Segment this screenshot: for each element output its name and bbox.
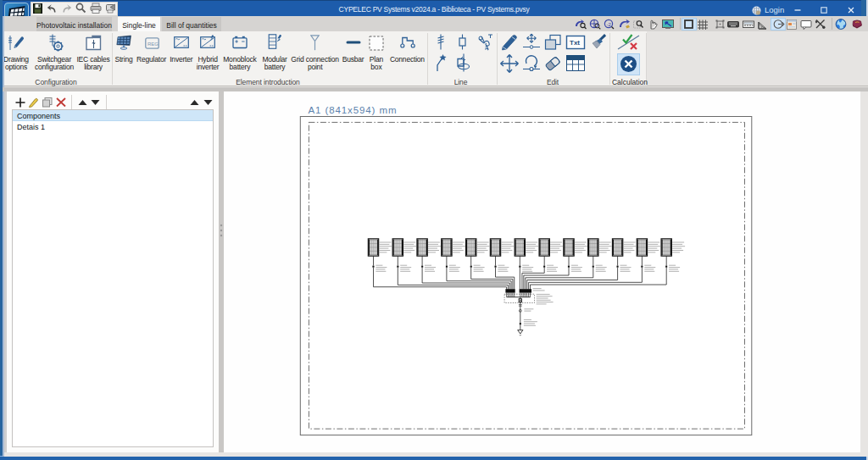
svg-text:Txt: Txt — [570, 39, 580, 47]
svg-text:-2: -2 — [607, 22, 612, 27]
svg-text:REG: REG — [147, 41, 158, 46]
